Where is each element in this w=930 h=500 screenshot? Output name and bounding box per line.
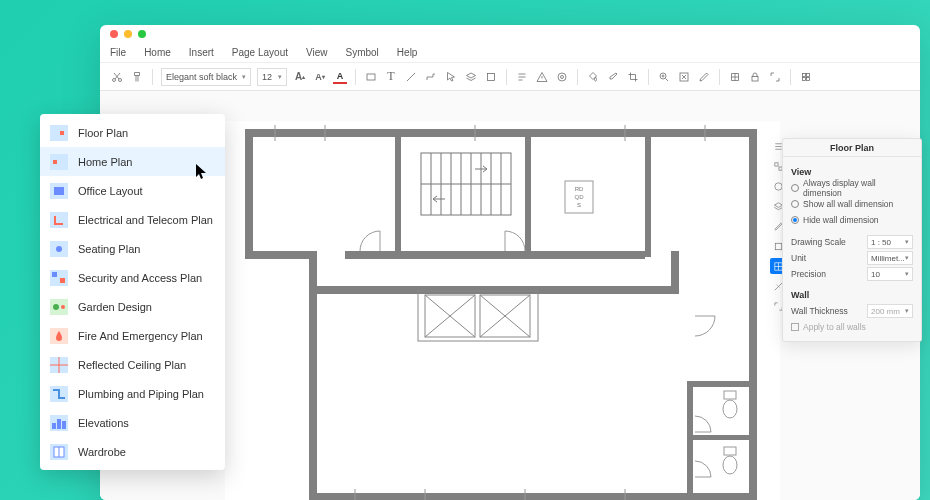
thickness-input[interactable]: 200 mm▾: [867, 304, 913, 318]
scale-input[interactable]: 1 : 50▾: [867, 235, 913, 249]
svg-rect-9: [803, 73, 806, 76]
office-layout-icon: [50, 183, 68, 199]
props-view-label: View: [791, 167, 913, 177]
layers-icon[interactable]: [464, 70, 478, 84]
svg-point-5: [561, 75, 564, 78]
crop-icon[interactable]: [626, 70, 640, 84]
line-icon[interactable]: [404, 70, 418, 84]
menu-view[interactable]: View: [306, 47, 328, 58]
svg-rect-14: [245, 129, 253, 259]
align-icon[interactable]: [515, 70, 529, 84]
warning-icon[interactable]: [535, 70, 549, 84]
menu-file[interactable]: File: [110, 47, 126, 58]
eyedropper-icon[interactable]: [606, 70, 620, 84]
svg-rect-52: [724, 447, 736, 455]
svg-text:S: S: [577, 202, 581, 208]
floorplan-drawing[interactable]: RD QD S: [225, 121, 780, 500]
svg-point-4: [558, 73, 566, 81]
text-icon[interactable]: T: [384, 70, 398, 84]
zoom-in-icon[interactable]: [657, 70, 671, 84]
svg-rect-24: [671, 251, 679, 294]
svg-rect-72: [54, 187, 64, 195]
plan-item-elevations[interactable]: Elevations: [40, 408, 225, 437]
apply-all-check[interactable]: Apply to all walls: [791, 319, 913, 335]
svg-point-49: [723, 400, 737, 418]
font-larger-icon[interactable]: A▴: [293, 70, 307, 84]
menu-symbol[interactable]: Symbol: [346, 47, 379, 58]
font-select[interactable]: Elegant soft black▾: [161, 68, 251, 86]
cut-icon[interactable]: [110, 70, 124, 84]
lock-icon[interactable]: [748, 70, 762, 84]
scale-label: Drawing Scale: [791, 237, 863, 247]
plan-item-fire[interactable]: Fire And Emergency Plan: [40, 321, 225, 350]
svg-rect-62: [774, 162, 777, 165]
svg-rect-8: [752, 76, 758, 81]
seating-plan-icon: [50, 241, 68, 257]
svg-rect-88: [52, 423, 56, 429]
svg-point-81: [61, 305, 65, 309]
fit-icon[interactable]: [677, 70, 691, 84]
svg-rect-78: [60, 278, 65, 283]
svg-rect-27: [687, 435, 757, 440]
plan-item-floor[interactable]: Floor Plan: [40, 118, 225, 147]
precision-input[interactable]: 10▾: [867, 267, 913, 281]
svg-rect-44: [418, 291, 538, 341]
svg-rect-10: [807, 73, 810, 76]
connector-icon[interactable]: [424, 70, 438, 84]
home-plan-icon: [50, 154, 68, 170]
svg-rect-15: [245, 251, 317, 259]
maximize-window-dot[interactable]: [138, 30, 146, 38]
expand-icon[interactable]: [768, 70, 782, 84]
radio-show-all[interactable]: Show all wall dimension: [791, 196, 913, 212]
svg-rect-90: [62, 421, 66, 429]
style-icon[interactable]: [484, 70, 498, 84]
unit-input[interactable]: Millimet...▾: [867, 251, 913, 265]
font-size-select[interactable]: 12▾: [257, 68, 287, 86]
target-icon[interactable]: [555, 70, 569, 84]
electrical-plan-icon: [50, 212, 68, 228]
ceiling-plan-icon: [50, 357, 68, 373]
select-icon[interactable]: [444, 70, 458, 84]
plan-item-electrical[interactable]: Electrical and Telecom Plan: [40, 205, 225, 234]
svg-rect-25: [687, 381, 757, 387]
plan-item-seating[interactable]: Seating Plan: [40, 234, 225, 263]
plan-item-ceiling[interactable]: Reflected Ceiling Plan: [40, 350, 225, 379]
precision-label: Precision: [791, 269, 863, 279]
plan-type-menu: Floor Plan Home Plan Office Layout Elect…: [40, 114, 225, 470]
shape-rect-icon[interactable]: [364, 70, 378, 84]
security-plan-icon: [50, 270, 68, 286]
wall-section-label: Wall: [791, 290, 913, 300]
svg-rect-70: [53, 160, 57, 164]
radio-hide[interactable]: Hide wall dimension: [791, 212, 913, 228]
fill-icon[interactable]: [586, 70, 600, 84]
plan-item-wardrobe[interactable]: Wardrobe: [40, 437, 225, 466]
svg-rect-19: [345, 251, 645, 259]
menu-home[interactable]: Home: [144, 47, 171, 58]
close-window-dot[interactable]: [110, 30, 118, 38]
menu-page-layout[interactable]: Page Layout: [232, 47, 288, 58]
plan-item-office[interactable]: Office Layout: [40, 176, 225, 205]
unit-label: Unit: [791, 253, 863, 263]
svg-rect-13: [245, 129, 757, 137]
svg-text:QD: QD: [575, 194, 585, 200]
elevations-icon: [50, 415, 68, 431]
svg-rect-68: [60, 131, 64, 135]
minimize-window-dot[interactable]: [124, 30, 132, 38]
font-color-icon[interactable]: A: [333, 70, 347, 84]
svg-rect-3: [488, 73, 495, 80]
radio-always-display[interactable]: Always display wall dimension: [791, 180, 913, 196]
menu-insert[interactable]: Insert: [189, 47, 214, 58]
font-smaller-icon[interactable]: A▾: [313, 70, 327, 84]
menu-help[interactable]: Help: [397, 47, 418, 58]
plan-item-home[interactable]: Home Plan: [40, 147, 225, 176]
plan-item-security[interactable]: Security and Access Plan: [40, 263, 225, 292]
format-painter-icon[interactable]: [130, 70, 144, 84]
svg-rect-89: [57, 419, 61, 429]
plan-item-plumbing[interactable]: Plumbing and Piping Plan: [40, 379, 225, 408]
grid-icon[interactable]: [728, 70, 742, 84]
more-icon[interactable]: [799, 70, 813, 84]
pen-icon[interactable]: [697, 70, 711, 84]
svg-rect-18: [749, 129, 757, 500]
svg-rect-21: [525, 129, 531, 257]
plan-item-garden[interactable]: Garden Design: [40, 292, 225, 321]
